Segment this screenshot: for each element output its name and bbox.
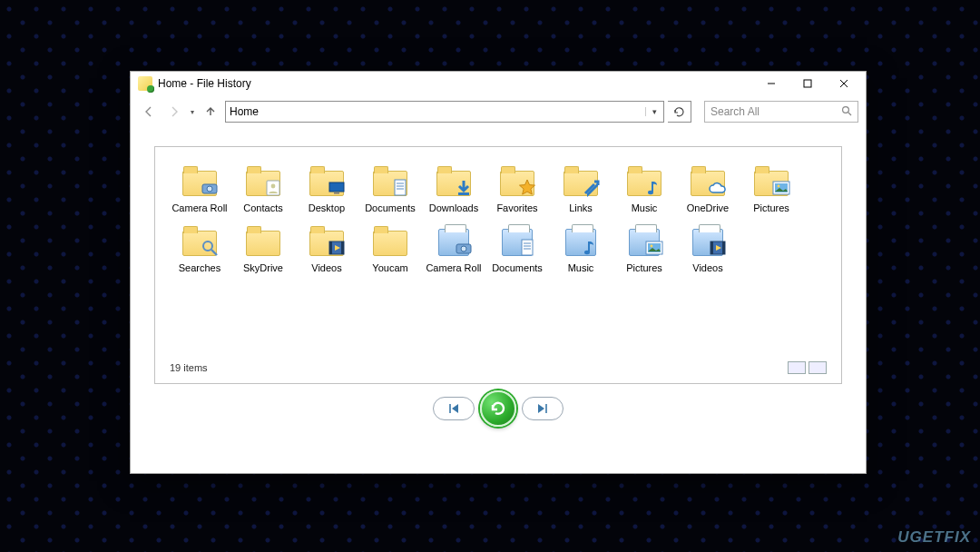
item-label: Music [612, 202, 676, 214]
folder-item[interactable]: Videos [295, 223, 358, 274]
restore-button[interactable] [480, 390, 516, 427]
folder-icon [307, 223, 347, 260]
search-input[interactable]: Search All [704, 101, 858, 123]
recent-locations-dropdown[interactable]: ▾ [189, 108, 196, 116]
folder-item[interactable]: Desktop [295, 163, 358, 214]
items-panel: Camera RollContactsDesktopDocumentsDownl… [154, 146, 842, 384]
svg-point-21 [203, 242, 212, 251]
items-grid: Camera RollContactsDesktopDocumentsDownl… [168, 163, 828, 356]
back-button[interactable] [138, 101, 160, 123]
svg-point-7 [207, 186, 212, 192]
refresh-button[interactable] [668, 101, 691, 123]
svg-point-35 [651, 244, 653, 247]
file-history-icon [138, 76, 152, 91]
folder-icon [434, 163, 474, 200]
svg-line-22 [211, 250, 217, 255]
library-icon [561, 223, 601, 260]
folder-item[interactable]: Pictures [612, 223, 676, 274]
folder-item[interactable]: Pictures [740, 163, 803, 214]
item-label: Youcam [358, 262, 422, 274]
svg-rect-38 [722, 242, 725, 254]
file-history-window: Home - File History ▾ Home ▾ [130, 71, 867, 474]
svg-point-17 [648, 191, 653, 194]
navigation-bar: ▾ Home ▾ Search All [131, 95, 866, 128]
item-label: Videos [676, 262, 740, 274]
library-icon [624, 223, 664, 260]
folder-item[interactable]: Camera Roll [422, 223, 485, 274]
window-title: Home - File History [158, 77, 251, 90]
svg-rect-24 [329, 242, 332, 254]
library-icon [434, 223, 474, 260]
folder-icon [180, 163, 220, 200]
folder-icon [497, 163, 537, 200]
item-label: Searches [168, 262, 231, 274]
search-icon [841, 105, 852, 119]
folder-item[interactable]: Downloads [422, 163, 485, 214]
folder-item[interactable]: Music [549, 223, 612, 274]
library-icon [688, 223, 728, 260]
svg-point-32 [584, 250, 590, 253]
item-label: Desktop [295, 202, 358, 214]
svg-point-20 [778, 185, 780, 188]
folder-icon [751, 163, 791, 200]
forward-button[interactable] [163, 101, 185, 123]
folder-item[interactable]: Favorites [485, 163, 549, 214]
search-placeholder: Search All [710, 105, 760, 118]
up-button[interactable] [200, 101, 221, 123]
folder-icon [243, 223, 283, 260]
svg-rect-25 [341, 242, 344, 254]
folder-icon [243, 163, 283, 200]
item-label: Downloads [422, 202, 485, 214]
folder-icon [624, 163, 664, 200]
svg-rect-16 [458, 192, 469, 195]
address-bar[interactable]: Home ▾ [225, 101, 664, 123]
item-count: 19 items [170, 362, 208, 373]
svg-rect-10 [329, 182, 344, 192]
folder-item[interactable]: Youcam [358, 223, 422, 274]
maximize-button[interactable] [789, 72, 826, 95]
folder-icon [688, 163, 728, 200]
svg-point-9 [271, 184, 276, 189]
item-label: Links [549, 202, 612, 214]
folder-item[interactable]: Documents [358, 163, 422, 214]
titlebar: Home - File History [131, 72, 866, 95]
svg-line-5 [848, 113, 851, 115]
close-button[interactable] [826, 72, 862, 95]
folder-item[interactable]: SkyDrive [231, 223, 295, 274]
content-area: Camera RollContactsDesktopDocumentsDownl… [131, 128, 866, 473]
folder-icon [561, 163, 601, 200]
folder-icon [370, 163, 410, 200]
item-label: SkyDrive [231, 262, 295, 274]
folder-item[interactable]: Camera Roll [168, 163, 231, 214]
folder-icon [307, 163, 347, 200]
previous-version-button[interactable] [433, 397, 475, 420]
svg-rect-28 [522, 240, 533, 255]
item-label: Documents [358, 202, 422, 214]
folder-item[interactable]: Searches [168, 223, 231, 274]
svg-point-4 [843, 106, 849, 113]
item-label: Favorites [485, 202, 549, 214]
folder-item[interactable]: Videos [676, 223, 740, 274]
folder-item[interactable]: Contacts [231, 163, 295, 214]
svg-rect-12 [395, 180, 406, 195]
folder-item[interactable]: Music [612, 163, 676, 214]
item-label: Pictures [740, 202, 803, 214]
address-dropdown-icon[interactable]: ▾ [645, 107, 660, 116]
folder-item[interactable]: Links [549, 163, 612, 214]
item-label: Contacts [231, 202, 295, 214]
minimize-button[interactable] [753, 72, 789, 95]
library-icon [497, 223, 537, 260]
folder-item[interactable]: Documents [485, 223, 549, 274]
svg-point-27 [461, 246, 466, 251]
folder-item[interactable]: OneDrive [676, 163, 740, 214]
status-bar: 19 items [168, 356, 828, 378]
folder-icon [180, 223, 220, 260]
svg-rect-1 [804, 80, 811, 87]
watermark: UG⁠ETFIX [897, 528, 971, 547]
item-label: Videos [295, 262, 358, 274]
svg-rect-11 [334, 192, 339, 194]
next-version-button[interactable] [522, 397, 564, 420]
view-details-button[interactable] [788, 361, 806, 374]
view-icons-button[interactable] [808, 361, 827, 374]
item-label: Music [549, 262, 612, 274]
